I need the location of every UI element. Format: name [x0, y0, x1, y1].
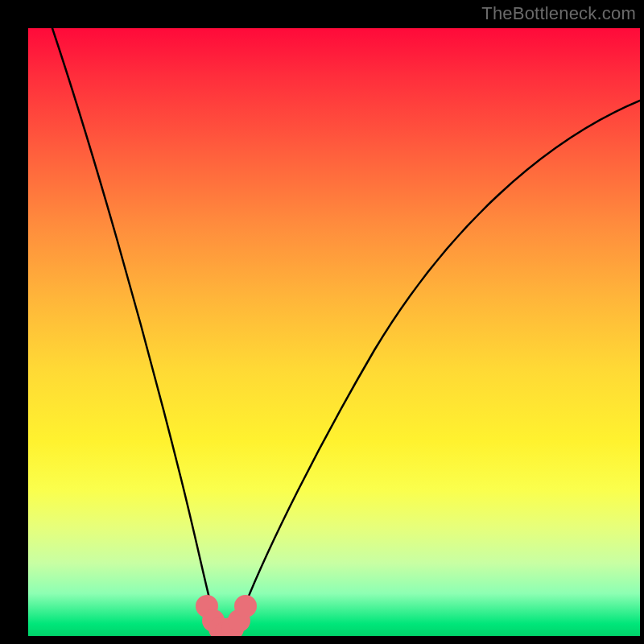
chart-frame: TheBottleneck.com — [0, 0, 644, 644]
watermark-text: TheBottleneck.com — [481, 3, 636, 24]
svg-point-6 — [240, 601, 251, 612]
chart-svg — [28, 28, 640, 636]
bottom-marker-arc — [201, 601, 251, 636]
bottleneck-curve — [52, 28, 640, 632]
plot-area — [28, 28, 640, 636]
